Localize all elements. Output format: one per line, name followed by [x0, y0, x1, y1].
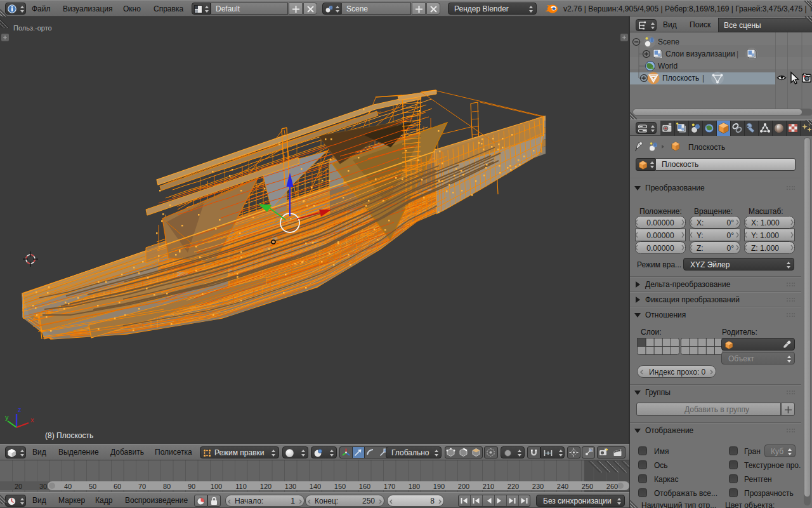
- svg-text:160: 160: [359, 483, 370, 490]
- svg-text:200: 200: [458, 483, 469, 490]
- svg-text:90: 90: [188, 483, 195, 490]
- svg-text:Отображать все...: Отображать все...: [654, 489, 717, 498]
- svg-text:170: 170: [384, 483, 395, 490]
- svg-text:0.00000: 0.00000: [646, 244, 674, 253]
- svg-text:x: x: [30, 416, 34, 424]
- svg-text:0.00000: 0.00000: [646, 231, 674, 240]
- svg-text:80: 80: [163, 483, 171, 490]
- svg-text:Плоскость: Плоскость: [662, 74, 699, 83]
- svg-text:X:: X:: [697, 218, 704, 227]
- svg-text:250: 250: [582, 483, 593, 490]
- svg-text:|: |: [702, 74, 704, 83]
- svg-text:70: 70: [138, 483, 146, 490]
- svg-text:Каркас: Каркас: [654, 475, 679, 484]
- svg-text:Scene: Scene: [658, 37, 679, 46]
- svg-text:40: 40: [64, 483, 72, 490]
- svg-text:150: 150: [334, 483, 346, 490]
- svg-text:Z: 1.000: Z: 1.000: [751, 244, 779, 253]
- svg-text:180: 180: [409, 483, 420, 490]
- svg-text:190: 190: [433, 483, 445, 490]
- svg-text:0°: 0°: [727, 218, 735, 227]
- svg-text:210: 210: [483, 483, 494, 490]
- svg-text:Слои визуализации: Слои визуализации: [665, 50, 735, 58]
- svg-text:Текстурное про...: Текстурное про...: [744, 461, 801, 470]
- svg-text:0.00000: 0.00000: [646, 218, 674, 227]
- svg-text:20: 20: [15, 483, 22, 490]
- svg-text:X: 1.000: X: 1.000: [751, 218, 780, 227]
- svg-text:Польз.-орто: Польз.-орто: [13, 24, 52, 32]
- svg-text:140: 140: [310, 483, 321, 490]
- svg-text:Y: 1.000: Y: 1.000: [751, 231, 779, 240]
- svg-text:Имя: Имя: [654, 447, 669, 456]
- svg-text:Прозрачность: Прозрачность: [744, 489, 794, 498]
- svg-text:30: 30: [39, 483, 47, 490]
- svg-text:(8) Плоскость: (8) Плоскость: [45, 431, 93, 440]
- svg-text:z: z: [18, 406, 22, 413]
- svg-text:Гран: Гран: [744, 447, 761, 456]
- svg-text:60: 60: [114, 483, 121, 490]
- svg-text:Ось: Ось: [654, 461, 668, 470]
- svg-text:Z:: Z:: [697, 244, 704, 253]
- svg-text:y: y: [5, 413, 9, 421]
- svg-text:0°: 0°: [727, 231, 735, 240]
- svg-text:230: 230: [532, 483, 544, 490]
- svg-text:Рентген: Рентген: [744, 475, 772, 484]
- svg-text:240: 240: [557, 483, 568, 490]
- svg-text:|: |: [737, 50, 738, 58]
- svg-text:100: 100: [211, 483, 222, 490]
- svg-text:130: 130: [285, 483, 296, 490]
- svg-text:110: 110: [235, 483, 247, 490]
- svg-text:120: 120: [260, 483, 272, 490]
- svg-text:220: 220: [508, 483, 519, 490]
- svg-text:50: 50: [89, 483, 96, 490]
- svg-text:0°: 0°: [727, 244, 735, 253]
- svg-text:260: 260: [606, 483, 618, 490]
- svg-text:Y:: Y:: [697, 231, 704, 240]
- svg-text:World: World: [658, 62, 678, 70]
